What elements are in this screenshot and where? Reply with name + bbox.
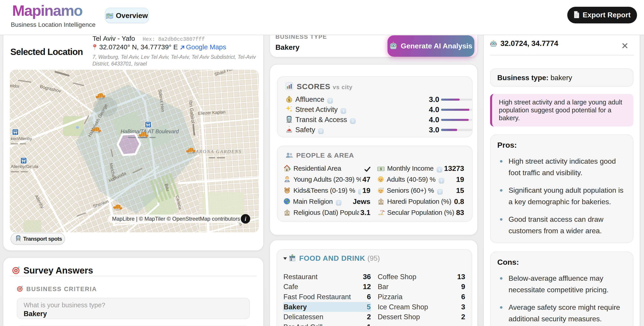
svg-text:$: $ xyxy=(380,167,382,171)
svg-text:Allenby/Ge'ula: Allenby/Ge'ula xyxy=(11,164,38,169)
svg-text:MapLibre | © MapTiler © OpenSt: MapLibre | © MapTiler © OpenStreetMap co… xyxy=(112,216,240,222)
svg-text:$: $ xyxy=(288,98,290,102)
svg-text:24: 24 xyxy=(292,255,294,256)
svg-text:HaBima/TA AT Boulevard: HaBima/TA AT Boulevard xyxy=(120,129,179,134)
svg-text:eldor: eldor xyxy=(10,83,20,89)
svg-text:i: i xyxy=(245,216,246,222)
svg-text:ker/Allenby: ker/Allenby xyxy=(11,136,32,141)
svg-text:SARONA GARDENS: SARONA GARDENS xyxy=(192,149,242,154)
